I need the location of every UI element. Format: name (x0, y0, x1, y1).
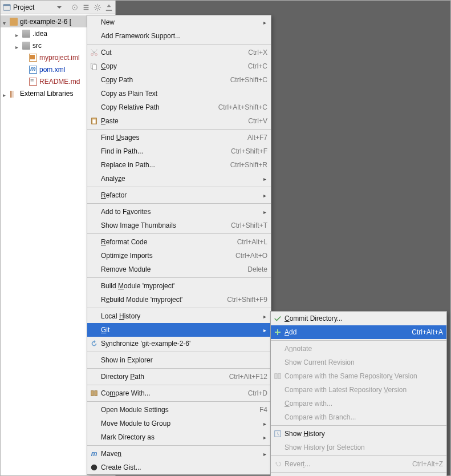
separator (87, 445, 271, 446)
menu-item-show-history-selection[interactable]: Show History for Selection (271, 441, 446, 454)
context-menu-git: Commit Directory... AddCtrl+Alt+A Annota… (270, 311, 447, 476)
menu-item-compare-branch[interactable]: Compare with Branch... (271, 410, 446, 424)
refresh-icon (90, 339, 99, 348)
maven-file-icon (29, 66, 37, 74)
menu-item-maven[interactable]: mMaven▸ (87, 447, 271, 461)
menu-item-copy-path[interactable]: Copy PathCtrl+Shift+C (87, 73, 271, 87)
separator (87, 187, 271, 187)
separator (271, 455, 446, 456)
menu-item-add-favorites[interactable]: Add to Favorites▸ (87, 205, 271, 219)
clipboard-icon (90, 116, 99, 126)
menu-item-git-add[interactable]: AddCtrl+Alt+A (271, 325, 446, 339)
separator (87, 129, 271, 130)
separator (87, 277, 271, 278)
folder-icon (22, 30, 30, 38)
menu-item-find-usages[interactable]: Find UsagesAlt+F7 (87, 131, 271, 144)
project-view-icon (3, 3, 11, 11)
scroll-from-source-icon[interactable] (71, 3, 79, 11)
menu-item-compare-with[interactable]: Compare with... (271, 397, 446, 410)
copy-icon (90, 62, 99, 71)
menu-item-directory-path[interactable]: Directory PathCtrl+Alt+F12 (87, 370, 271, 384)
menu-item-compare-same[interactable]: Compare with the Same Repository Version (271, 369, 446, 383)
separator (87, 308, 271, 308)
libraries-icon (10, 90, 18, 98)
menu-item-open-module-settings[interactable]: Open Module SettingsF4 (87, 403, 271, 417)
diff-icon (90, 389, 99, 398)
tree-label: src (32, 42, 42, 50)
hide-icon[interactable] (105, 3, 113, 11)
menu-item-show-current-revision[interactable]: Show Current Revision (271, 356, 446, 369)
tree-label: pom.xml (39, 66, 65, 74)
separator (87, 203, 271, 204)
menu-item-commit-directory[interactable]: Commit Directory... (271, 312, 446, 325)
menu-item-find-in-path[interactable]: Find in Path...Ctrl+Shift+F (87, 144, 271, 158)
separator (87, 401, 271, 402)
menu-item-local-history[interactable]: Local History▸ (87, 309, 271, 323)
github-icon (90, 463, 99, 472)
menu-item-new[interactable]: New▸ (87, 15, 271, 29)
separator (87, 352, 271, 352)
menu-item-cut[interactable]: CutCtrl+X (87, 46, 271, 59)
collapse-all-icon[interactable] (82, 3, 90, 11)
menu-item-copy-plain[interactable]: Copy as Plain Text (87, 87, 271, 100)
menu-item-refactor[interactable]: Refactor▸ (87, 188, 271, 202)
expand-toggle-icon[interactable] (3, 91, 9, 96)
menu-item-build-module[interactable]: Build Module 'myproject' (87, 279, 271, 293)
expand-toggle-icon[interactable] (3, 19, 9, 25)
menu-item-move-module[interactable]: Move Module to Group▸ (87, 417, 271, 430)
svg-rect-14 (275, 374, 277, 379)
svg-point-5 (91, 54, 94, 56)
folder-icon (22, 42, 30, 50)
revert-icon (273, 459, 282, 469)
history-icon (273, 429, 282, 438)
separator (87, 233, 271, 234)
menu-item-replace-in-path[interactable]: Replace in Path...Ctrl+Shift+R (87, 158, 271, 172)
menu-item-rebuild-module[interactable]: Rebuild Module 'myproject'Ctrl+Shift+F9 (87, 293, 271, 306)
svg-rect-8 (92, 64, 96, 70)
menu-item-copy[interactable]: CopyCtrl+C (87, 59, 271, 73)
menu-item-analyze[interactable]: Analyze▸ (87, 172, 271, 185)
menu-item-repository[interactable]: Repository▸ (271, 474, 446, 476)
menu-item-compare-latest[interactable]: Compare with Latest Repository Version (271, 383, 446, 397)
menu-item-paste[interactable]: PasteCtrl+V (87, 114, 271, 128)
menu-item-show-explorer[interactable]: Show in Explorer (87, 353, 271, 367)
iml-file-icon (29, 54, 37, 62)
project-header: Project (1, 1, 115, 14)
menu-item-add-framework[interactable]: Add Framework Support... (87, 29, 271, 43)
views-dropdown-icon[interactable] (57, 5, 62, 10)
svg-rect-11 (91, 391, 94, 396)
module-icon (10, 18, 18, 26)
separator (271, 340, 446, 341)
tree-label: myproject.iml (39, 54, 80, 62)
expand-toggle-icon[interactable] (15, 43, 21, 49)
menu-item-create-gist[interactable]: Create Gist... (87, 461, 271, 474)
svg-rect-10 (92, 119, 95, 123)
menu-item-revert[interactable]: Revert...Ctrl+Alt+Z (271, 457, 446, 471)
commit-icon (273, 314, 282, 323)
menu-item-show-history[interactable]: Show History (271, 427, 446, 441)
menu-item-annotate[interactable]: Annotate (271, 342, 446, 356)
menu-item-thumbnails[interactable]: Show Image ThumbnailsCtrl+Shift+T (87, 219, 271, 232)
svg-point-13 (91, 465, 97, 471)
maven-icon: m (90, 449, 99, 458)
diff-icon (273, 372, 282, 381)
gear-icon[interactable] (94, 3, 101, 11)
project-header-label[interactable]: Project (13, 3, 34, 11)
menu-item-reformat[interactable]: Reformat CodeCtrl+Alt+L (87, 235, 271, 249)
menu-item-copy-relative[interactable]: Copy Relative PathCtrl+Alt+Shift+C (87, 100, 271, 114)
menu-item-remove-module[interactable]: Remove ModuleDelete (87, 263, 271, 276)
separator (87, 368, 271, 369)
menu-item-git[interactable]: Git▸ (87, 323, 271, 337)
separator (271, 425, 446, 426)
svg-point-4 (96, 6, 99, 9)
scissors-icon (90, 48, 99, 57)
svg-rect-15 (278, 374, 281, 379)
plus-icon (273, 328, 282, 337)
menu-item-synchronize[interactable]: Synchronize 'git-example-2-6' (87, 337, 271, 350)
separator (87, 44, 271, 45)
menu-item-compare-with[interactable]: Compare With...Ctrl+D (87, 386, 271, 400)
menu-item-optimize-imports[interactable]: Optimize ImportsCtrl+Alt+O (87, 249, 271, 263)
expand-toggle-icon[interactable] (15, 31, 21, 37)
menu-item-mark-directory[interactable]: Mark Directory as▸ (87, 430, 271, 444)
svg-point-3 (74, 7, 75, 8)
